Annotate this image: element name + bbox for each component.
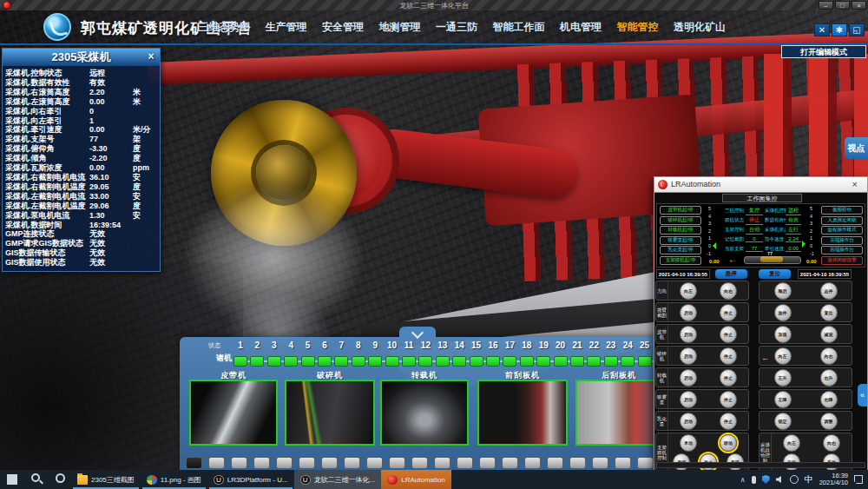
taskbar-item[interactable]: 11.png - 画图 — [141, 470, 207, 489]
function-button[interactable]: 远程操作模式 — [821, 226, 863, 235]
round-button[interactable]: 停止 — [720, 326, 737, 343]
collapse-left-icon[interactable]: « — [858, 384, 867, 406]
round-button[interactable]: 向右 — [820, 347, 838, 365]
position-slider[interactable]: 77 — [744, 256, 801, 264]
camera-thumbnail[interactable] — [380, 380, 469, 446]
slider-handle[interactable] — [760, 256, 783, 262]
round-button[interactable]: 加速 — [774, 326, 792, 343]
nav-item[interactable]: 透明化矿山 — [674, 20, 726, 35]
filmstrip-frame[interactable] — [457, 457, 473, 469]
close-icon[interactable]: × — [145, 50, 157, 63]
function-button[interactable]: 右端操作台 — [821, 246, 863, 254]
round-button[interactable]: 向左 — [783, 434, 800, 452]
restore-icon[interactable]: ◱ — [849, 23, 865, 36]
microphone-icon[interactable] — [752, 476, 756, 484]
maximize-button[interactable]: □ — [835, 1, 850, 10]
filmstrip-frame[interactable] — [592, 457, 608, 469]
tools-icon[interactable]: ✕ — [814, 23, 830, 36]
filmstrip-frame[interactable] — [434, 457, 450, 469]
clock[interactable]: 16:39 2021/4/10 — [819, 472, 848, 487]
viewpoint-tab[interactable]: 视点 — [845, 137, 868, 159]
camera-thumbnail[interactable] — [189, 380, 278, 446]
round-button[interactable]: 向左 — [680, 282, 697, 300]
round-button[interactable]: 顺启 — [774, 282, 792, 300]
filmstrip-frame[interactable] — [479, 457, 496, 469]
nav-item[interactable]: 智能工作面 — [493, 20, 545, 35]
round-button[interactable]: 向右 — [720, 282, 737, 300]
camera-thumbnail[interactable] — [477, 380, 568, 446]
cortana-icon[interactable] — [56, 473, 65, 483]
round-button[interactable]: 向右 — [823, 434, 840, 452]
round-button[interactable]: 联动 — [720, 434, 737, 452]
round-button[interactable]: 启动 — [680, 391, 697, 408]
taskbar-item[interactable]: LRAutomation — [381, 470, 451, 489]
lr-titlebar[interactable]: LRAutomation × — [654, 177, 867, 192]
round-button[interactable]: 锁定 — [774, 413, 792, 430]
camera-thumbnail[interactable] — [285, 380, 375, 446]
minimize-button[interactable]: – — [819, 1, 833, 10]
function-button[interactable]: 喷雾泵起/停 — [660, 236, 701, 245]
function-button[interactable]: 人员接近闭锁 — [821, 216, 863, 225]
nav-item[interactable]: 智能管控 — [617, 20, 659, 35]
filmstrip-frame[interactable] — [389, 457, 405, 469]
filmstrip-frame[interactable] — [411, 457, 428, 469]
round-button[interactable]: 左降 — [774, 391, 792, 408]
workface-control-tab[interactable]: 工作面集控 — [722, 194, 802, 202]
filmstrip-frame[interactable] — [569, 457, 586, 469]
function-button[interactable]: 乳化泵起/停 — [660, 246, 701, 254]
round-button[interactable]: 复位 — [820, 304, 838, 321]
taskbar-item[interactable]: ULR3DPlatform - U... — [207, 470, 294, 489]
function-button[interactable]: 支架跟机起/停 — [660, 256, 701, 265]
round-button[interactable]: 急停 — [774, 304, 792, 321]
tray-expand-icon[interactable]: ∧ — [740, 476, 746, 484]
round-button[interactable]: 启动 — [680, 304, 697, 321]
function-button[interactable]: 左端操作台 — [821, 236, 863, 245]
round-button[interactable]: 右降 — [820, 391, 838, 408]
round-button[interactable]: 启动 — [680, 413, 697, 430]
nav-item[interactable]: 机电管理 — [560, 20, 602, 35]
close-button[interactable]: × — [852, 1, 866, 10]
filmstrip-frame[interactable] — [502, 457, 518, 469]
round-button[interactable]: 停止 — [720, 391, 737, 408]
round-button[interactable]: 减速 — [820, 326, 838, 343]
round-button[interactable]: 停止 — [720, 369, 737, 387]
round-button[interactable]: 右升 — [820, 369, 838, 387]
function-button[interactable]: 视频联动 — [821, 206, 863, 215]
function-button[interactable]: 转载机起/停 — [660, 226, 701, 235]
round-button[interactable]: 调整 — [820, 413, 838, 430]
search-icon[interactable] — [31, 473, 40, 482]
taskbar-item[interactable]: 2305三维截图 — [71, 470, 141, 489]
round-button[interactable]: 向左 — [774, 347, 792, 365]
close-icon[interactable]: × — [852, 179, 858, 189]
round-button[interactable]: 启动 — [680, 369, 697, 387]
function-button[interactable]: 急停闭锁报警 — [821, 256, 863, 265]
filmstrip-frame[interactable] — [253, 457, 270, 469]
filmstrip-frame[interactable] — [637, 457, 654, 469]
filmstrip-frame[interactable] — [299, 457, 315, 469]
start-button[interactable] — [7, 474, 17, 485]
filmstrip-frame[interactable] — [615, 457, 631, 469]
round-button[interactable]: 停止 — [720, 304, 737, 321]
round-button[interactable]: 启动 — [680, 347, 697, 365]
filmstrip-frame[interactable] — [186, 457, 202, 469]
round-button[interactable]: 单动 — [680, 434, 697, 452]
filmstrip-frame[interactable] — [547, 457, 563, 469]
ime-indicator[interactable]: 中 — [805, 473, 813, 486]
collapse-down-icon[interactable] — [399, 327, 436, 337]
estop-button[interactable]: 急停 — [715, 269, 747, 279]
round-button[interactable]: 停止 — [720, 347, 737, 365]
round-button[interactable]: 停止 — [720, 413, 737, 430]
nav-item[interactable]: 一通三防 — [436, 20, 477, 35]
round-button[interactable]: 总停 — [820, 282, 838, 300]
filmstrip-frame[interactable] — [208, 457, 225, 469]
speaker-icon[interactable] — [776, 476, 784, 484]
gear-icon[interactable]: ✱ — [832, 23, 847, 36]
function-button[interactable]: 皮带机起/停 — [660, 206, 701, 215]
function-button[interactable]: 破碎机起/停 — [660, 216, 701, 225]
notification-icon[interactable] — [854, 475, 863, 484]
nav-item[interactable]: 三维态势图 — [198, 20, 250, 35]
filmstrip-frame[interactable] — [231, 457, 247, 469]
reset-button[interactable]: 复位 — [759, 269, 791, 279]
network-icon[interactable] — [790, 475, 799, 484]
filmstrip-frame[interactable] — [276, 457, 293, 469]
